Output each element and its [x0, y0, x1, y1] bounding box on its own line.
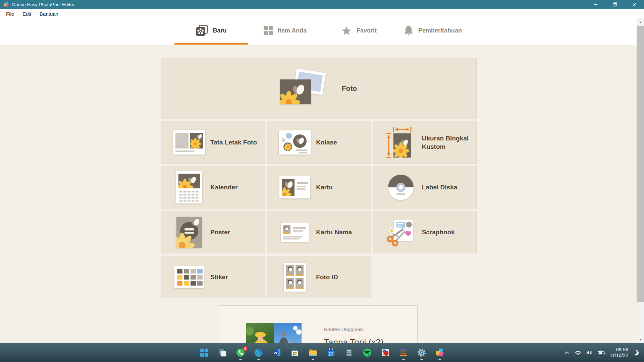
running-indicator [402, 359, 405, 360]
poster-icon [176, 217, 202, 248]
card-kartu[interactable]: Kartu [267, 166, 371, 208]
card-tata-letak-foto[interactable]: Tata Letak Foto [161, 121, 265, 164]
close-button[interactable] [625, 0, 644, 9]
card-foto-id[interactable]: Foto ID [267, 256, 371, 298]
card-foto[interactable]: Foto [161, 58, 477, 119]
card-poster[interactable]: Poster [161, 211, 265, 253]
card-label: Kalender [210, 183, 240, 191]
file-explorer-icon [308, 348, 318, 357]
card-label: Stiker [210, 273, 231, 281]
card-kartu-nama[interactable]: Kartu Nama [267, 211, 371, 253]
window-titlebar: Canon Easy-PhotoPrint Editor [0, 0, 644, 9]
window-title: Canon Easy-PhotoPrint Editor [12, 2, 74, 7]
card-stiker[interactable]: Stiker [161, 256, 265, 298]
wifi-icon [575, 350, 582, 356]
taskbar-icons: 4 W [0, 343, 644, 362]
desktop-screen: Canon Easy-PhotoPrint Editor File Edit B… [0, 0, 644, 362]
id-photo-icon [284, 263, 306, 292]
word-button[interactable]: W [272, 348, 281, 357]
tray-do-not-disturb-button[interactable] [633, 349, 639, 356]
featured-text: Konten Unggulan Tanpa Topi (x2) [324, 326, 383, 343]
tab-bar: Baru Item Anda Favorit Pemberitahuan [0, 18, 644, 45]
tray-volume-button[interactable] [586, 350, 593, 356]
calculator-button[interactable] [344, 348, 354, 357]
tab-baru[interactable]: Baru [174, 18, 248, 45]
tab-pemberitahuan[interactable]: Pemberitahuan [396, 18, 470, 45]
edge-icon [254, 348, 263, 357]
tab-favorit[interactable]: Favorit [322, 18, 396, 45]
photo-app-button[interactable] [381, 348, 390, 357]
disc-label-icon [387, 173, 415, 201]
card-label: Foto ID [316, 273, 340, 281]
settings-gear-icon [417, 348, 426, 357]
featured-photos [246, 323, 302, 343]
canon-epp-button[interactable] [435, 348, 444, 357]
window-controls [586, 0, 644, 9]
sticker-icon [174, 266, 204, 288]
tray-date: 11/10/22 [610, 353, 628, 358]
minimize-icon [594, 4, 597, 5]
menu-edit[interactable]: Edit [22, 11, 31, 17]
card-label: Scrapbook [422, 228, 458, 236]
tab-item-anda-label: Item Anda [278, 27, 307, 34]
calendar-app-button[interactable] [326, 348, 336, 357]
featured-photo-1 [246, 323, 274, 343]
minimize-button[interactable] [586, 0, 605, 9]
card-label: Kolase [316, 138, 339, 146]
tray-chevron-up-button[interactable] [564, 350, 570, 356]
card-label-diska[interactable]: Label Diska [373, 166, 477, 208]
new-photos-icon [196, 25, 208, 37]
custom-frame-size-icon [385, 126, 416, 159]
tab-pemberitahuan-label: Pemberitahuan [418, 27, 462, 34]
running-indicator [421, 359, 423, 360]
restore-button[interactable] [605, 0, 625, 9]
moon-icon [633, 349, 639, 356]
spotify-icon [363, 348, 372, 357]
grid-icon [264, 26, 273, 36]
calendar-template-icon [176, 171, 202, 203]
menu-bantuan[interactable]: Bantuan [40, 11, 58, 17]
windows-start-icon [200, 348, 209, 357]
photo-app-icon [381, 348, 390, 357]
svg-text:W: W [274, 351, 277, 355]
card-kolase[interactable]: Kolase [267, 121, 371, 164]
featured-title: Tanpa Topi (x2) [324, 337, 383, 343]
start-button[interactable] [200, 348, 209, 357]
card-label: Kartu [316, 183, 335, 191]
edge-button[interactable] [254, 348, 263, 357]
tray-clock[interactable]: 09.56 11/10/22 [610, 347, 628, 358]
card-template-icon [279, 176, 310, 198]
card-kalender[interactable]: Kalender [161, 166, 265, 208]
running-indicator [258, 359, 260, 360]
winrar-button[interactable] [399, 348, 408, 357]
file-explorer-button[interactable] [308, 348, 318, 357]
scroll-up-button[interactable]: ▲ [637, 18, 644, 26]
menu-file[interactable]: File [6, 11, 14, 17]
featured-eyebrow: Konten Unggulan [324, 326, 383, 332]
microsoft-store-button[interactable] [290, 348, 300, 357]
card-ukuran-bingkai-kustom[interactable]: Ukuran Bingkai Kustom [373, 121, 477, 164]
featured-content-card[interactable]: Konten Unggulan Tanpa Topi (x2) [219, 305, 418, 343]
tray-wifi-button[interactable] [575, 350, 582, 356]
speaker-icon [586, 350, 593, 356]
canon-epp-logo-icon [3, 2, 9, 7]
microsoft-store-icon [290, 348, 300, 357]
tab-item-anda[interactable]: Item Anda [248, 18, 322, 45]
scrollbar-thumb[interactable] [637, 26, 644, 302]
scroll-down-button[interactable]: ▼ [637, 336, 644, 343]
whatsapp-button[interactable]: 4 [236, 348, 245, 357]
winrar-icon [399, 348, 408, 357]
task-view-button[interactable] [218, 348, 227, 357]
card-label: Ukuran Bingkai Kustom [422, 134, 476, 151]
card-label: Poster [210, 228, 233, 236]
word-icon: W [272, 348, 281, 357]
tray-battery-button[interactable] [597, 350, 605, 356]
windows-taskbar: 4 W [0, 343, 644, 362]
card-scrapbook[interactable]: Scrapbook [373, 211, 477, 253]
settings-button[interactable] [417, 348, 426, 357]
vertical-scrollbar[interactable]: ▲ ▼ [637, 18, 644, 343]
spotify-button[interactable] [363, 348, 372, 357]
collage-icon [279, 130, 311, 155]
photo-layout-icon [173, 130, 205, 155]
task-view-icon [218, 348, 227, 357]
